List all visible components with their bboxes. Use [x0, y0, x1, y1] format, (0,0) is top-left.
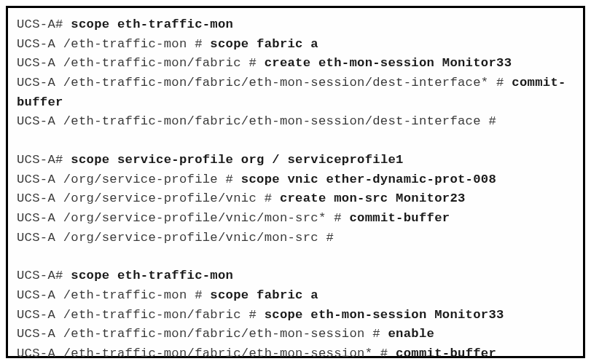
cli-prompt: UCS-A#	[17, 269, 71, 282]
cli-command: scope fabric a	[210, 288, 318, 302]
cli-command: enable	[388, 327, 434, 341]
cli-line: UCS-A /org/service-profile/vnic/mon-src*…	[17, 209, 574, 229]
cli-command: scope service-profile org / serviceprofi…	[71, 153, 403, 167]
cli-line: UCS-A# scope eth-traffic-mon	[17, 266, 574, 286]
cli-line: UCS-A /org/service-profile/vnic/mon-src …	[17, 229, 574, 248]
cli-prompt: UCS-A#	[17, 17, 71, 31]
cli-prompt: UCS-A /eth-traffic-mon/fabric/eth-mon-se…	[17, 114, 496, 128]
cli-prompt: UCS-A /eth-traffic-mon #	[17, 288, 210, 302]
cli-line: UCS-A# scope eth-traffic-mon	[17, 15, 574, 35]
cli-command: create mon-src Monitor23	[280, 191, 466, 205]
cli-line: UCS-A /eth-traffic-mon # scope fabric a	[17, 35, 574, 55]
cli-line: UCS-A /eth-traffic-mon/fabric/eth-mon-se…	[17, 325, 574, 344]
cli-command: scope fabric a	[210, 37, 318, 51]
cli-prompt: UCS-A#	[17, 153, 71, 167]
cli-command: scope eth-traffic-mon	[71, 269, 233, 282]
cli-line: UCS-A /org/service-profile/vnic # create…	[17, 189, 574, 209]
cli-prompt: UCS-A /org/service-profile #	[17, 173, 241, 186]
cli-prompt: UCS-A /eth-traffic-mon/fabric #	[17, 56, 265, 70]
cli-terminal-output: UCS-A# scope eth-traffic-mon UCS-A /eth-…	[6, 6, 585, 358]
block-separator	[17, 248, 574, 266]
cli-prompt: UCS-A /eth-traffic-mon #	[17, 37, 210, 51]
cli-prompt: UCS-A /eth-traffic-mon/fabric #	[17, 308, 265, 322]
cli-command: scope eth-traffic-mon	[71, 17, 233, 31]
cli-line: UCS-A /eth-traffic-mon # scope fabric a	[17, 286, 574, 306]
cli-command: create eth-mon-session Monitor33	[265, 56, 512, 70]
cli-line: UCS-A# scope service-profile org / servi…	[17, 151, 574, 170]
cli-line: UCS-A /eth-traffic-mon/fabric/eth-mon-se…	[17, 112, 574, 132]
cli-command: scope vnic ether-dynamic-prot-008	[241, 173, 496, 186]
cli-line: UCS-A /eth-traffic-mon/fabric/eth-mon-se…	[17, 344, 574, 364]
cli-prompt: UCS-A /eth-traffic-mon/fabric/eth-mon-se…	[17, 76, 512, 90]
cli-prompt: UCS-A /eth-traffic-mon/fabric/eth-mon-se…	[17, 347, 396, 360]
cli-command: commit-buffer	[396, 347, 496, 360]
cli-prompt: UCS-A /org/service-profile/vnic/mon-src*…	[17, 211, 349, 225]
cli-line: UCS-A /org/service-profile # scope vnic …	[17, 170, 574, 190]
cli-prompt: UCS-A /org/service-profile/vnic #	[17, 191, 280, 205]
cli-line: UCS-A /eth-traffic-mon/fabric/eth-mon-se…	[17, 74, 574, 112]
cli-line: UCS-A /eth-traffic-mon/fabric # create e…	[17, 54, 574, 74]
cli-line: UCS-A /eth-traffic-mon/fabric # scope et…	[17, 306, 574, 325]
cli-command: scope eth-mon-session Monitor33	[265, 308, 504, 322]
cli-prompt: UCS-A /org/service-profile/vnic/mon-src …	[17, 231, 334, 245]
block-separator	[17, 132, 574, 151]
cli-command: commit-buffer	[349, 211, 450, 225]
cli-prompt: UCS-A /eth-traffic-mon/fabric/eth-mon-se…	[17, 327, 388, 341]
